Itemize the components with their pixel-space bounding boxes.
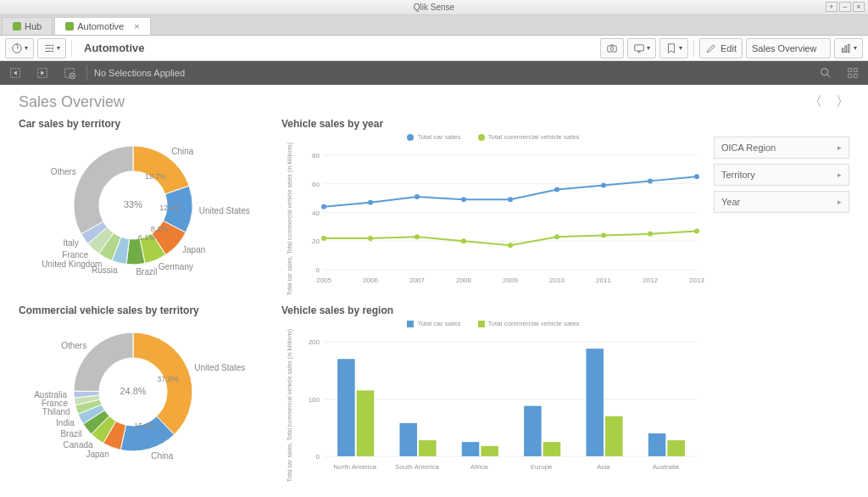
close-icon[interactable]: × <box>134 21 139 31</box>
edit-button[interactable]: Edit <box>699 38 743 59</box>
chart-legend: Total car sales Total commercial vehicle… <box>281 133 705 141</box>
window-maximize[interactable]: + <box>826 2 837 12</box>
svg-text:60: 60 <box>312 181 320 188</box>
tab-automotive[interactable]: Automotive× <box>54 17 150 35</box>
svg-rect-4 <box>608 46 617 52</box>
svg-point-2 <box>53 47 53 48</box>
filter-oica-region[interactable]: OICA Region▸ <box>714 137 849 159</box>
snapshot-button[interactable] <box>600 38 624 59</box>
sheet-content: Sales Overview 〈 〉 Car sales by territor… <box>0 85 868 497</box>
selections-tool-button[interactable] <box>843 64 863 81</box>
svg-rect-8 <box>845 46 847 53</box>
svg-text:2005: 2005 <box>316 276 331 284</box>
bookmark-button[interactable]: ▾ <box>659 38 688 59</box>
svg-rect-9 <box>848 44 849 52</box>
next-sheet-button[interactable]: 〉 <box>836 93 849 111</box>
qlik-icon <box>65 22 74 31</box>
svg-point-42 <box>648 178 653 183</box>
svg-text:0: 0 <box>316 266 320 274</box>
browser-tabs: Hub Automotive× <box>0 15 868 36</box>
chart-legend: Total car sales Total commercial vehicle… <box>281 320 705 327</box>
svg-text:Total car sales, Total commerc: Total car sales, Total commercial vehicl… <box>287 329 293 482</box>
svg-text:200: 200 <box>309 338 320 346</box>
sheet-selector[interactable]: Sales Overview <box>746 38 831 59</box>
svg-point-14 <box>821 69 828 75</box>
svg-point-1 <box>53 44 53 45</box>
svg-text:South America: South America <box>395 463 440 471</box>
tab-hub[interactable]: Hub <box>2 17 53 35</box>
svg-point-5 <box>610 47 614 50</box>
divider <box>71 40 72 57</box>
nav-button[interactable]: ▾ <box>5 38 34 59</box>
app-title: Automotive <box>84 42 145 54</box>
svg-point-38 <box>461 197 466 202</box>
selection-text: No Selections Applied <box>94 68 185 78</box>
svg-text:2009: 2009 <box>503 276 518 284</box>
svg-rect-7 <box>842 48 843 53</box>
step-forward-button[interactable] <box>32 64 53 81</box>
svg-text:2007: 2007 <box>409 276 425 284</box>
svg-text:2006: 2006 <box>363 276 378 284</box>
present-button[interactable]: ▾ <box>627 38 656 59</box>
svg-rect-69 <box>481 446 498 456</box>
chevron-right-icon: ▸ <box>837 170 842 179</box>
prev-sheet-button[interactable]: 〈 <box>809 93 822 111</box>
svg-text:2010: 2010 <box>549 276 565 284</box>
svg-text:Asia: Asia <box>597 463 610 471</box>
svg-text:40: 40 <box>312 209 320 217</box>
chart-title: Vehicle sales by region <box>281 304 705 316</box>
filter-territory[interactable]: Territory▸ <box>714 164 849 186</box>
svg-text:2011: 2011 <box>596 276 611 284</box>
clear-selections-button[interactable] <box>59 64 80 81</box>
svg-point-43 <box>694 174 699 179</box>
window-close[interactable]: × <box>853 2 865 12</box>
window-titlebar: Qlik Sense + − × <box>0 0 868 15</box>
svg-point-47 <box>461 238 466 243</box>
svg-text:Australia: Australia <box>653 463 680 471</box>
divider <box>693 40 694 57</box>
svg-rect-71 <box>524 406 542 456</box>
chart-commercial-sales-territory[interactable]: Commercial vehicle sales by territory 24… <box>19 304 273 483</box>
svg-text:33%: 33% <box>124 199 142 209</box>
svg-text:24.8%: 24.8% <box>120 386 146 396</box>
sheet-title: Sales Overview <box>19 93 125 111</box>
selection-bar: No Selections Applied <box>0 61 868 85</box>
svg-text:2013: 2013 <box>689 276 704 284</box>
tab-label: Automotive <box>77 21 124 31</box>
chart-car-sales-territory[interactable]: Car sales by territory 33%19.7%12.9%8.1%… <box>19 118 273 296</box>
svg-rect-72 <box>543 442 561 456</box>
svg-rect-62 <box>337 359 355 456</box>
svg-rect-78 <box>667 440 685 456</box>
svg-point-46 <box>415 234 420 239</box>
svg-text:Europe: Europe <box>531 463 553 471</box>
svg-text:Total car sales, Total commerc: Total car sales, Total commercial vehicl… <box>287 142 293 295</box>
filter-year[interactable]: Year▸ <box>714 191 849 213</box>
svg-rect-6 <box>635 44 644 50</box>
tab-label: Hub <box>25 21 42 31</box>
svg-point-37 <box>415 194 420 199</box>
chart-title: Commercial vehicle sales by territory <box>19 304 273 316</box>
app-toolbar: ▾ ▾ Automotive ▾ ▾ Edit Sales Overview ▾ <box>0 36 868 61</box>
svg-rect-65 <box>399 423 417 456</box>
svg-point-39 <box>508 197 513 202</box>
svg-rect-66 <box>419 440 437 456</box>
svg-point-52 <box>694 228 699 233</box>
search-button[interactable] <box>815 64 836 81</box>
svg-rect-75 <box>605 416 623 456</box>
window-minimize[interactable]: − <box>839 2 851 12</box>
step-back-button[interactable] <box>5 64 25 81</box>
svg-rect-68 <box>462 442 480 456</box>
chart-vehicle-sales-year[interactable]: Vehicle sales by year Total car sales To… <box>281 118 705 296</box>
filter-panel: OICA Region▸ Territory▸ Year▸ <box>714 118 849 296</box>
chart-vehicle-sales-region[interactable]: Vehicle sales by region Total car sales … <box>281 304 705 483</box>
svg-rect-63 <box>357 390 375 456</box>
svg-text:Africa: Africa <box>470 463 488 471</box>
svg-rect-77 <box>648 433 666 456</box>
svg-point-51 <box>648 232 653 237</box>
chart-title: Car sales by territory <box>19 118 273 130</box>
menu-button[interactable]: ▾ <box>37 38 66 59</box>
svg-rect-74 <box>586 349 604 456</box>
svg-text:20: 20 <box>312 237 320 245</box>
svg-point-36 <box>368 200 373 205</box>
sheets-button[interactable]: ▾ <box>834 38 863 59</box>
